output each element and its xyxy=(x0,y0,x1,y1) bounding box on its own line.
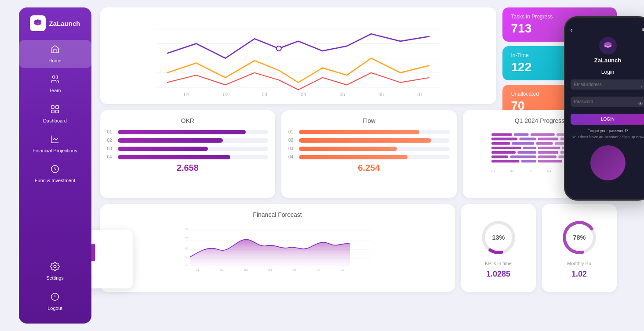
svg-rect-48 xyxy=(538,155,556,158)
svg-rect-1 xyxy=(51,105,54,108)
monthly-label: Monthly Bu xyxy=(567,261,591,266)
svg-text:03: 03 xyxy=(528,169,532,173)
svg-text:03: 03 xyxy=(262,92,267,97)
svg-text:01: 01 xyxy=(491,169,495,173)
phone-app-name: ZaLaunch xyxy=(594,57,621,64)
svg-rect-23 xyxy=(530,133,554,136)
svg-text:06: 06 xyxy=(317,268,320,272)
svg-text:01: 01 xyxy=(196,268,199,272)
svg-text:03: 03 xyxy=(184,255,188,259)
okr-bar-4: 04 xyxy=(107,155,269,159)
svg-text:05: 05 xyxy=(339,92,345,97)
sidebar-item-team[interactable]: Team xyxy=(19,70,91,98)
logo-text: ZaLaunch xyxy=(49,20,80,27)
middle-row: OKR 01 02 03 04 2.658 xyxy=(100,110,617,198)
okr-value: 2.658 xyxy=(107,163,269,173)
kpi-donut: 13% xyxy=(479,218,518,257)
svg-point-6 xyxy=(54,266,56,268)
flow-card: Flow 01 02 03 xyxy=(281,110,457,198)
sidebar-logo: ZaLaunch xyxy=(30,15,80,31)
svg-text:02: 02 xyxy=(220,268,223,272)
svg-text:04: 04 xyxy=(301,92,306,97)
sidebar-item-home[interactable]: Home xyxy=(19,40,91,68)
forecast-card: Financal Forecast 06 xyxy=(100,204,455,292)
svg-rect-47 xyxy=(510,155,536,158)
phone-back-icon: ‹ xyxy=(571,26,573,33)
okr-title: OKR xyxy=(107,117,269,124)
phone-gradient-circle xyxy=(590,145,626,180)
line-chart: 01 02 03 04 05 06 07 xyxy=(107,14,489,97)
sidebar-item-dashboard[interactable]: Dashboard xyxy=(19,100,91,128)
svg-rect-3 xyxy=(51,110,54,112)
phone-forgot-password[interactable]: Forgot your password? xyxy=(587,128,628,134)
sidebar-home-label: Home xyxy=(48,58,61,64)
okr-bar-1: 01 xyxy=(107,130,269,134)
svg-rect-33 xyxy=(536,142,553,145)
svg-rect-21 xyxy=(491,133,512,136)
sidebar-team-label: Team xyxy=(49,87,61,94)
phone-mockup: ‹ ≡ ZaLaunch Login ▪ 👁 LOGIN Forgot your… xyxy=(564,16,644,201)
sidebar-item-logout[interactable]: Logout xyxy=(19,288,91,316)
team-icon xyxy=(50,74,60,86)
svg-text:06: 06 xyxy=(378,92,383,97)
sidebar-fund-label: Fund & Investment xyxy=(35,177,75,183)
financial-icon xyxy=(50,134,60,146)
svg-rect-38 xyxy=(538,147,560,149)
phone-login-button[interactable]: LOGIN xyxy=(571,114,644,125)
svg-text:02: 02 xyxy=(510,169,513,173)
sidebar-item-settings[interactable]: Settings xyxy=(19,257,91,285)
sidebar-dashboard-label: Dashboard xyxy=(43,118,67,124)
sidebar: ZaLaunch Home xyxy=(19,7,91,324)
svg-text:03: 03 xyxy=(244,268,247,272)
svg-text:07: 07 xyxy=(341,268,344,272)
svg-text:02: 02 xyxy=(184,263,188,267)
svg-point-0 xyxy=(53,76,55,79)
svg-rect-2 xyxy=(56,105,58,108)
logo-icon xyxy=(30,15,46,31)
sidebar-item-financial[interactable]: Financial Projections xyxy=(19,130,91,158)
svg-rect-52 xyxy=(521,160,536,162)
flow-bar-4: 04 xyxy=(288,155,450,159)
logout-icon xyxy=(50,292,60,303)
sidebar-item-fund[interactable]: Fund & Investment xyxy=(19,160,91,188)
svg-rect-53 xyxy=(538,160,562,162)
svg-rect-4 xyxy=(56,110,58,112)
sidebar-settings-label: Settings xyxy=(46,275,64,281)
svg-rect-32 xyxy=(512,142,534,145)
svg-rect-41 xyxy=(491,151,516,154)
app-container: ZaLaunch Home xyxy=(19,7,626,324)
svg-text:07: 07 xyxy=(417,92,422,97)
top-row: 01 02 03 04 05 06 07 Tasks in Progress 7… xyxy=(100,7,617,104)
kpi-label: KPI's in time xyxy=(485,261,512,266)
line-chart-card: 01 02 03 04 05 06 07 xyxy=(100,7,496,104)
svg-rect-43 xyxy=(538,151,558,154)
okr-card: OKR 01 02 03 04 2.658 xyxy=(100,110,276,198)
flow-title: Flow xyxy=(288,117,450,124)
okr-bar-2: 02 xyxy=(107,138,269,143)
svg-text:05: 05 xyxy=(184,236,188,240)
phone-logo xyxy=(599,37,617,54)
flow-bar-1: 01 xyxy=(288,130,450,134)
svg-text:05: 05 xyxy=(292,268,296,272)
phone-password-input[interactable] xyxy=(571,97,644,107)
svg-rect-51 xyxy=(491,160,519,162)
phone-email-input[interactable] xyxy=(571,79,644,90)
main-content: 01 02 03 04 05 06 07 Tasks in Progress 7… xyxy=(91,7,626,324)
phone-menu-icon: ≡ xyxy=(642,26,644,33)
phone-signup-text[interactable]: You don't have an account? Sign up now xyxy=(572,134,644,140)
sidebar-bottom: Settings Logout xyxy=(19,257,91,316)
svg-rect-31 xyxy=(491,142,510,145)
home-icon xyxy=(50,44,60,56)
svg-rect-22 xyxy=(513,133,528,136)
svg-rect-37 xyxy=(523,147,536,149)
forecast-title: Financal Forecast xyxy=(107,211,448,218)
fund-icon xyxy=(50,164,60,176)
settings-icon xyxy=(50,262,60,273)
flow-bar-2: 02 xyxy=(288,138,450,143)
monthly-value: 1.02 xyxy=(571,270,587,279)
kpi-value: 1.0285 xyxy=(486,270,510,279)
flow-value: 6.254 xyxy=(288,163,450,173)
dashboard-icon xyxy=(50,104,60,116)
svg-text:13%: 13% xyxy=(492,234,505,241)
svg-text:04: 04 xyxy=(268,268,272,272)
